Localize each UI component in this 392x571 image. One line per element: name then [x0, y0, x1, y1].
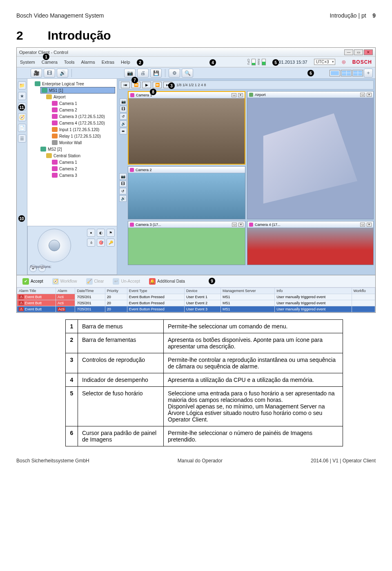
cpu-label: CPU — [247, 59, 250, 65]
tree-cam[interactable]: Camera 4 (172.26.5.120) — [52, 120, 115, 126]
pane-record-icon[interactable]: 🎞 — [119, 181, 127, 187]
save-icon[interactable]: 💾 — [150, 69, 162, 78]
sidebar-list-icon[interactable]: ☰ — [18, 134, 26, 143]
menu-camera[interactable]: Camera — [42, 60, 58, 65]
pattern-3x3[interactable] — [352, 70, 363, 76]
pane-airport-map[interactable]: Airport▭✕ — [247, 91, 374, 219]
alarm-workflow-button[interactable]: 🧭Workflow — [50, 277, 80, 286]
tree-airport[interactable]: Airport — [46, 94, 115, 100]
pane-audio-icon[interactable]: 🔊 — [120, 120, 127, 127]
pane-replay-icon[interactable]: ↺ — [120, 113, 127, 120]
ptz-preset-icon[interactable]: 🎯 — [97, 239, 105, 247]
pane-snapshot-icon[interactable]: 📷 — [120, 98, 127, 105]
live-mode-icon[interactable]: 🎥 — [31, 69, 42, 78]
sidebar-logical-tree-icon[interactable]: 📁 — [18, 81, 26, 89]
menu-alarms[interactable]: Alarms — [81, 60, 95, 65]
playback-icon[interactable]: 🎞 — [44, 69, 55, 78]
print-icon[interactable]: 🖨 — [137, 69, 149, 78]
section-title: Introdução — [48, 29, 111, 42]
ptz-joystick[interactable] — [38, 229, 71, 262]
alarm-row[interactable]: ⚠ Event Butt Acti 7/25/20120Event Button… — [17, 306, 375, 312]
sidebar-fav-icon[interactable]: ★ — [18, 92, 26, 100]
playback-first-icon[interactable]: ⏮ — [121, 82, 130, 88]
alarm-row[interactable]: ⚠ Event Butt Acti 7/25/20120Event Button… — [17, 300, 375, 306]
playback-ffw-icon[interactable]: ⏩ — [153, 82, 162, 88]
sidebar-compass-icon[interactable]: 🧭 — [18, 113, 26, 121]
tree-monitor-wall[interactable]: Monitor Wall — [52, 139, 115, 146]
menu-extras[interactable]: Extras — [102, 60, 114, 65]
menu-help[interactable]: Help — [121, 60, 130, 65]
ptz-preset-icons: ● ◐ ⚑ 🕯 🎯 🔑 — [87, 229, 115, 257]
callout-5: 5 — [272, 59, 279, 66]
pane-camera-1[interactable]: 8 📷 🎞 ↺ 🔊 ⬌ Camera 1▭✕ — [128, 91, 245, 165]
tree-cam[interactable]: Camera 2 — [52, 107, 115, 113]
tree-cam[interactable]: Camera 1 — [52, 159, 115, 165]
maximize-pane-icon[interactable]: ▭ — [232, 223, 237, 227]
menu-system[interactable]: System — [20, 60, 35, 65]
add-pane-icon[interactable]: ＋ — [364, 69, 373, 78]
alarm-additional-button[interactable]: 🔔Additional Data — [147, 277, 187, 286]
maximize-pane-icon[interactable]: ▭ — [360, 223, 365, 227]
pane-pattern-selector[interactable]: ＋ — [330, 69, 373, 78]
ptz-preset-icon[interactable]: ● — [87, 229, 95, 237]
close-pane-icon[interactable]: ✕ — [238, 223, 243, 227]
pane-replay-icon[interactable]: ↺ — [119, 188, 127, 194]
logical-tree[interactable]: Enterprise Logical Tree MS1 [1] Airport … — [29, 80, 115, 178]
playback-play-icon[interactable]: ▶ — [142, 82, 151, 88]
footer-left: Bosch Sicherheitssysteme GmbH — [16, 458, 89, 464]
close-button[interactable]: ✕ — [364, 49, 373, 55]
pattern-2x2[interactable] — [341, 70, 352, 76]
menubar: 1 System Camera Tools Alarms Extras Help… — [17, 57, 375, 67]
close-pane-icon[interactable]: ✕ — [238, 93, 243, 97]
tree-ms1[interactable]: MS1 [1] — [40, 87, 115, 94]
ptz-preset-icon[interactable]: 🕯 — [87, 239, 95, 247]
pane-camera-3[interactable]: Camera 3 (17...▭✕ — [128, 221, 245, 265]
pane-ptz-icon[interactable]: ⬌ — [120, 128, 127, 134]
window-titlebar: Operator Client - Control — ▭ ✕ — [17, 48, 375, 57]
close-pane-icon[interactable]: ✕ — [367, 223, 372, 227]
tree-relay[interactable]: Relay 1 (172.26.5.120) — [52, 133, 115, 139]
ptz-preset-icon[interactable]: 🔑 — [107, 239, 115, 247]
tree-cam[interactable]: Camera 2 — [52, 165, 115, 172]
tree-root[interactable]: Enterprise Logical Tree — [35, 80, 115, 87]
alarm-unaccept-button[interactable]: ↩Un-Accept — [110, 277, 143, 286]
sidebar-text-icon[interactable]: 📄 — [18, 124, 26, 132]
callout-7: 7 — [131, 77, 138, 83]
maximize-pane-icon[interactable]: ▭ — [232, 93, 236, 97]
ram-bar — [262, 59, 266, 65]
pane-camera-2[interactable]: 📷 🎞 ↺ 🔊 Camera 2 — [128, 166, 245, 219]
table-row: 4 Indicador de desempenho Apresenta a ut… — [66, 373, 343, 387]
table-row: 1 Barra de menus Permite-lhe seleccionar… — [66, 320, 343, 333]
tree-input[interactable]: Input 1 (172.26.5.120) — [52, 126, 115, 133]
ptz-preset-icon[interactable]: ◐ — [97, 229, 105, 237]
close-pane-icon[interactable]: ✕ — [367, 93, 372, 97]
misc-tool-icon[interactable]: ⚙ — [169, 69, 180, 78]
tree-ms2[interactable]: MS2 [2] — [40, 146, 115, 152]
tree-cam[interactable]: Camera 3 — [52, 172, 115, 178]
pane-record-icon[interactable]: 🎞 — [120, 106, 127, 112]
timezone-selector[interactable]: UTC+3 — [314, 59, 335, 65]
callout-4: 4 — [209, 59, 216, 66]
alarm-table[interactable]: Alarm TitleAlarmDate/TimePriorityEvent T… — [17, 288, 375, 312]
pattern-1x1[interactable] — [330, 70, 340, 76]
alarm-clear-button[interactable]: 🧹Clear — [84, 277, 107, 286]
menu-tools[interactable]: Tools — [64, 60, 75, 65]
misc-tool2-icon[interactable]: 🔍 — [182, 69, 193, 78]
ptz-preset-icon[interactable]: ⚑ — [107, 229, 115, 237]
maximize-button[interactable]: ▭ — [354, 49, 363, 55]
pane-camera-4[interactable]: Camera 4 (17...▭✕ — [247, 221, 374, 265]
maximize-pane-icon[interactable]: ▭ — [360, 93, 365, 97]
minimize-button[interactable]: — — [344, 49, 353, 55]
pane-audio-icon[interactable]: 🔊 — [119, 195, 127, 202]
snapshot-icon[interactable]: 📷 — [124, 69, 136, 78]
audio-icon[interactable]: 🔊 — [57, 69, 68, 78]
page-number: 9 — [372, 12, 376, 19]
tree-cam[interactable]: Camera 3 (172.26.5.120) — [52, 113, 115, 120]
alarm-accept-button[interactable]: ✔Accept — [20, 277, 46, 286]
pane-snapshot-icon[interactable]: 📷 — [119, 173, 127, 180]
alarm-row[interactable]: ⚠ Event Butt Acti 7/25/20120Event Button… — [17, 294, 375, 300]
tree-central[interactable]: Central Station — [46, 152, 115, 159]
tree-cam[interactable]: Camera 1 — [52, 100, 115, 107]
item-name: Barra de menus — [78, 320, 164, 333]
callout-2: 2 — [137, 59, 143, 66]
